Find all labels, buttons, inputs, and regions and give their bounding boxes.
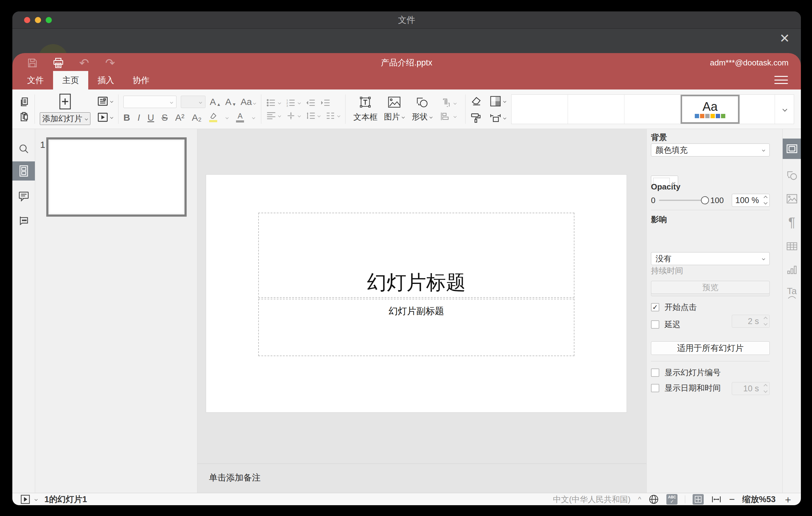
tab-file[interactable]: 文件 xyxy=(18,71,53,89)
paste-icon[interactable] xyxy=(19,111,30,122)
tab-home[interactable]: 主页 xyxy=(53,71,88,89)
slide-thumbnail[interactable] xyxy=(46,137,187,217)
close-icon[interactable]: ✕ xyxy=(778,31,792,46)
start-on-click-label: 开始点击 xyxy=(665,302,697,313)
title-placeholder[interactable]: 幻灯片标题 xyxy=(258,212,575,298)
image-button[interactable]: 图片 xyxy=(384,111,405,122)
bullet-list-icon[interactable] xyxy=(266,98,281,107)
columns-icon[interactable] xyxy=(325,111,340,120)
text-art-settings-icon[interactable]: Ta xyxy=(783,284,801,301)
svg-text:3: 3 xyxy=(287,104,288,107)
zoom-out-icon[interactable]: − xyxy=(729,494,735,504)
opacity-input[interactable]: 100 % xyxy=(732,194,770,207)
vertical-align-icon[interactable] xyxy=(286,111,301,120)
theme-gallery-expand-icon[interactable] xyxy=(775,95,794,124)
bold-button[interactable]: B xyxy=(123,113,130,122)
paragraph-settings-icon[interactable]: ¶ xyxy=(783,213,801,231)
slide-layout-button[interactable] xyxy=(97,96,113,106)
set-language-globe-icon[interactable] xyxy=(648,494,659,505)
shape-settings-icon[interactable] xyxy=(783,167,801,184)
spinner-arrows-icon xyxy=(764,317,767,325)
tab-insert[interactable]: 插入 xyxy=(88,71,123,89)
increase-font-icon[interactable]: A▲ xyxy=(210,97,221,107)
image-icon[interactable] xyxy=(387,96,401,108)
subtitle-placeholder[interactable]: 幻灯片副标题 xyxy=(258,299,575,356)
shape-icon[interactable] xyxy=(415,96,429,108)
fill-type-select[interactable]: 颜色填充 xyxy=(651,144,770,156)
chevron-down-icon[interactable] xyxy=(34,498,38,501)
theme-option[interactable] xyxy=(512,95,568,124)
spinner-arrows-icon[interactable] xyxy=(764,196,767,204)
start-slideshow-button[interactable] xyxy=(97,112,113,122)
horizontal-align-icon[interactable] xyxy=(266,111,281,120)
left-sidebar xyxy=(12,129,35,493)
copy-icon[interactable] xyxy=(19,96,30,107)
underline-button[interactable]: U xyxy=(147,113,154,122)
theme-option[interactable] xyxy=(624,95,680,124)
fit-to-slide-icon[interactable] xyxy=(693,494,704,505)
chevron-down-icon xyxy=(430,115,433,118)
slide-number-label: 1 xyxy=(40,140,45,150)
show-slide-number-label: 显示幻灯片编号 xyxy=(665,367,721,378)
italic-button[interactable]: I xyxy=(138,113,140,122)
slide-settings-icon[interactable] xyxy=(783,139,801,159)
language-label[interactable]: 中文(中华人民共和国) xyxy=(553,494,631,505)
slide-size-icon[interactable] xyxy=(490,113,506,123)
zoom-in-icon[interactable]: ＋ xyxy=(783,494,793,504)
notes-area[interactable]: 单击添加备注 xyxy=(198,463,646,493)
font-name-select[interactable] xyxy=(123,96,176,108)
tab-collaboration[interactable]: 协作 xyxy=(123,71,158,89)
copy-style-icon[interactable] xyxy=(470,113,482,123)
add-slide-button[interactable]: 添加幻灯片 xyxy=(40,112,90,125)
image-settings-icon[interactable] xyxy=(783,190,801,207)
strikethrough-button[interactable]: S xyxy=(162,113,168,122)
highlight-color-button[interactable] xyxy=(209,113,218,122)
arrange-icon[interactable] xyxy=(440,97,457,109)
align-shapes-icon[interactable] xyxy=(440,112,457,121)
slide-editor[interactable]: 幻灯片标题 幻灯片副标题 xyxy=(206,175,627,412)
effect-select[interactable]: 没有 xyxy=(651,252,770,265)
apply-to-all-button[interactable]: 适用于所有幻灯片 xyxy=(651,341,770,355)
opacity-slider[interactable] xyxy=(659,200,708,201)
menu-icon[interactable] xyxy=(774,75,788,85)
spinner-arrows-icon xyxy=(764,384,767,392)
start-slideshow-status-icon[interactable] xyxy=(20,494,30,504)
show-date-time-checkbox[interactable] xyxy=(651,384,659,392)
delay-checkbox[interactable] xyxy=(651,320,659,329)
add-slide-icon[interactable] xyxy=(56,93,74,110)
increase-indent-icon[interactable] xyxy=(321,98,330,107)
theme-option[interactable] xyxy=(568,95,624,124)
slides-panel-icon[interactable] xyxy=(12,162,35,180)
line-spacing-icon[interactable] xyxy=(306,111,321,120)
chart-settings-icon[interactable] xyxy=(783,261,801,278)
font-size-select[interactable] xyxy=(181,96,205,108)
superscript-button[interactable]: A² xyxy=(175,113,184,122)
start-on-click-checkbox[interactable]: ✓ xyxy=(651,303,659,311)
subscript-button[interactable]: A₂ xyxy=(192,113,202,122)
decrease-indent-icon[interactable] xyxy=(306,98,316,107)
duration-input[interactable]: 2 s xyxy=(732,315,770,328)
font-group: A▲ A▼ Aa B I U S A² A₂ A xyxy=(123,96,256,122)
chevron-down-icon xyxy=(454,101,457,104)
chat-icon[interactable] xyxy=(12,211,35,230)
spellcheck-icon[interactable]: ABC ✓ xyxy=(666,494,677,505)
opacity-slider-thumb[interactable] xyxy=(701,196,709,204)
delay-input[interactable]: 10 s xyxy=(732,382,770,395)
numbered-list-icon[interactable]: 123 xyxy=(286,98,301,107)
shape-button[interactable]: 形状 xyxy=(411,111,433,122)
eraser-icon[interactable] xyxy=(470,96,482,106)
show-slide-number-checkbox[interactable] xyxy=(651,369,659,377)
fit-to-width-icon[interactable] xyxy=(711,495,722,504)
text-box-icon[interactable] xyxy=(359,96,372,109)
theme-option-selected[interactable]: Aa xyxy=(680,95,740,124)
text-box-button[interactable]: 文本框 xyxy=(353,112,377,122)
slide-theme-color-icon[interactable] xyxy=(490,95,506,107)
table-settings-icon[interactable] xyxy=(783,238,801,255)
theme-option[interactable] xyxy=(740,95,775,124)
change-case-icon[interactable]: Aa xyxy=(241,97,256,107)
comments-icon[interactable] xyxy=(12,187,35,206)
search-icon[interactable] xyxy=(12,139,35,158)
preview-button[interactable]: 预览 xyxy=(651,281,770,294)
decrease-font-icon[interactable]: A▼ xyxy=(225,97,236,107)
font-color-button[interactable]: A xyxy=(236,112,244,122)
